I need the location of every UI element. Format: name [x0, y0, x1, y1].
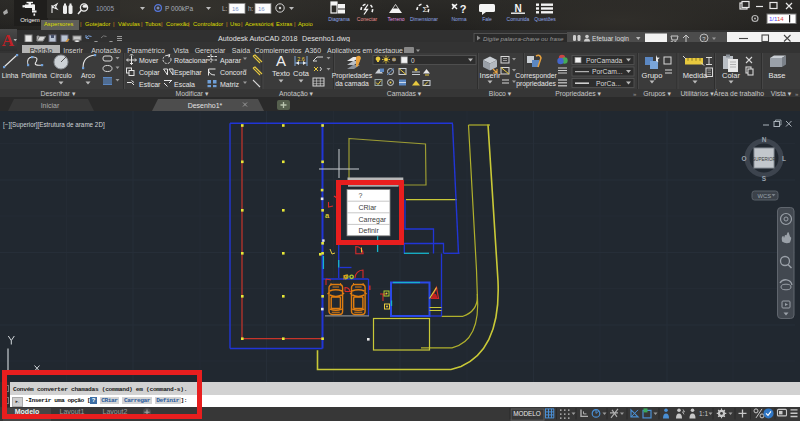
- svg-text:Corresponder: Corresponder: [515, 71, 557, 79]
- svg-text:h:: h:: [248, 5, 254, 12]
- svg-text:Linha: Linha: [2, 72, 19, 79]
- svg-text:Propriedades: Propriedades: [332, 71, 373, 79]
- svg-text:Escala: Escala: [174, 81, 195, 88]
- svg-text:Polilinha: Polilinha: [21, 72, 47, 79]
- svg-text:N: N: [762, 136, 767, 143]
- svg-text:PorCa...: PorCa...: [596, 79, 621, 86]
- svg-text:Camadas ▾: Camadas ▾: [387, 90, 422, 97]
- svg-text:1:1: 1:1: [699, 410, 708, 417]
- svg-text:Cota: Cota: [293, 69, 310, 78]
- svg-text:Grupo: Grupo: [642, 70, 663, 79]
- svg-text:Σ: Σ: [423, 5, 428, 14]
- svg-text:Modificar ▾: Modificar ▾: [176, 90, 209, 97]
- svg-text:Copiar: Copiar: [139, 69, 160, 77]
- svg-text:Aparar: Aparar: [220, 56, 242, 64]
- svg-text:A: A: [276, 53, 286, 69]
- svg-text:da camada: da camada: [335, 79, 369, 86]
- svg-text:S: S: [762, 175, 767, 182]
- svg-text:16: 16: [232, 6, 239, 12]
- svg-text:Medida: Medida: [683, 70, 708, 79]
- svg-text:Base: Base: [768, 70, 785, 79]
- svg-text:10005: 10005: [96, 5, 114, 12]
- svg-text:Iniciar: Iniciar: [41, 102, 60, 109]
- svg-text:Texto: Texto: [272, 69, 290, 78]
- svg-text:»: »: [795, 91, 799, 97]
- svg-text:»: »: [633, 91, 637, 97]
- svg-text:P 000kPa: P 000kPa: [165, 5, 193, 12]
- svg-text:Arco: Arco: [81, 72, 95, 79]
- svg-text:Desenho1*: Desenho1*: [188, 102, 223, 109]
- svg-text:0: 0: [411, 57, 415, 64]
- svg-text:[−][Superior][Estrutura de ara: [−][Superior][Estrutura de arame 2D]: [3, 121, 105, 129]
- svg-text:Concord: Concord: [220, 69, 247, 76]
- svg-text:Colar: Colar: [722, 70, 740, 79]
- svg-text:A: A: [2, 31, 15, 50]
- svg-text:WCS: WCS: [758, 193, 772, 199]
- svg-text:Área de trabalho: Área de trabalho: [714, 89, 764, 97]
- svg-text:Vista ▾: Vista ▾: [771, 90, 792, 97]
- svg-text:Inserir: Inserir: [480, 70, 501, 79]
- svg-text:Espelhar: Espelhar: [174, 69, 202, 77]
- svg-text:Desenhar ▾: Desenhar ▾: [41, 90, 76, 97]
- svg-text:L:: L:: [222, 5, 228, 12]
- svg-text:a: a: [325, 211, 330, 220]
- svg-text:MODELO: MODELO: [513, 409, 541, 416]
- svg-text:Mover: Mover: [139, 56, 159, 63]
- svg-text:?: ?: [460, 3, 467, 15]
- svg-text:propriedades: propriedades: [516, 79, 556, 87]
- svg-text:N: N: [514, 3, 521, 14]
- svg-text:Bloco ▾: Bloco ▾: [489, 90, 512, 97]
- svg-text:L: L: [782, 155, 786, 162]
- svg-text:PorCam...: PorCam...: [592, 68, 623, 75]
- svg-text:16: 16: [258, 6, 265, 12]
- svg-text:O: O: [741, 155, 746, 162]
- svg-text:Digite palavra-chave ou frase: Digite palavra-chave ou frase: [483, 35, 564, 42]
- svg-text:2.6: 2.6: [297, 56, 305, 62]
- svg-text:Rotacionar: Rotacionar: [174, 56, 209, 63]
- svg-text:PorCamada: PorCamada: [586, 56, 622, 63]
- svg-text:Círculo: Círculo: [50, 72, 72, 79]
- svg-text:SUPERIOR: SUPERIOR: [752, 157, 776, 162]
- svg-text:Matriz: Matriz: [220, 81, 240, 88]
- svg-text:Utilitários ▾: Utilitários ▾: [680, 90, 714, 97]
- svg-text:Esticar: Esticar: [139, 81, 161, 88]
